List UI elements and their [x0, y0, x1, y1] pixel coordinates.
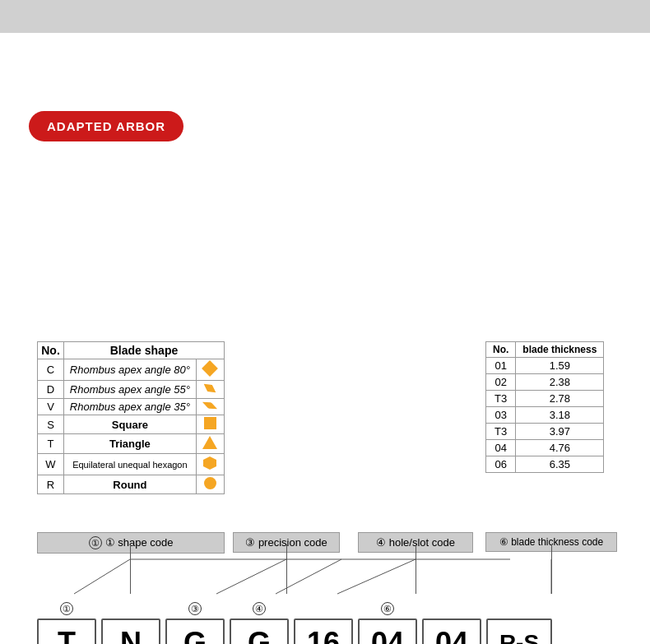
col-no: No. [38, 342, 64, 359]
code-num-4: ④ [253, 602, 266, 615]
code-num-1: ① [60, 602, 73, 615]
code-item-T: ① T [37, 602, 96, 644]
code-num-6: ⑥ [381, 602, 394, 615]
table-row: 066.35 [486, 456, 604, 473]
table-row: 011.59 [486, 358, 604, 374]
t-no: 06 [486, 456, 516, 473]
col-blade-shape: Blade shape [64, 342, 225, 359]
t-val: 2.78 [516, 391, 604, 407]
code-row: ① T N ③ G ④ G 16 ⑥ 0 [37, 602, 554, 644]
t-no: 01 [486, 358, 516, 374]
t-no: T3 [486, 424, 516, 440]
row-shape: Rhombus apex angle 80° [64, 359, 197, 381]
row-shape: Rhombus apex angle 55° [64, 381, 197, 399]
code-box-16: 16 [294, 619, 353, 644]
code-box-G2: G [230, 619, 289, 644]
t-no: T3 [486, 391, 516, 407]
svg-line-5 [337, 559, 416, 594]
t-val: 3.18 [516, 407, 604, 424]
thickness-table: No. blade thickness 011.59 022.38 T32.78… [485, 341, 604, 473]
shape-code-label: ①① shape code [37, 532, 225, 554]
svg-line-3 [216, 559, 286, 594]
row-shape: Rhombus apex angle 35° [64, 399, 197, 415]
row-icon [196, 475, 224, 494]
row-icon [196, 434, 224, 454]
table-row: R Round [38, 475, 225, 494]
t-val: 1.59 [516, 358, 604, 374]
t-val: 6.35 [516, 456, 604, 473]
code-item-G2: ④ G [230, 602, 289, 644]
svg-line-4 [276, 559, 341, 594]
code-num-empty3 [450, 603, 453, 615]
blade-shape-table: No. Blade shape C Rhombus apex angle 80°… [37, 341, 225, 494]
connector-line-precision [286, 544, 287, 594]
table-row: T32.78 [486, 391, 604, 407]
code-item-N: N [101, 603, 160, 644]
t-no: 02 [486, 374, 516, 391]
t-no: 04 [486, 440, 516, 456]
table-row: T33.97 [486, 424, 604, 440]
row-no: T [38, 434, 64, 454]
row-no: C [38, 359, 64, 381]
circle-num-6: ⑥ [499, 536, 508, 548]
code-box-04a: 04 [358, 619, 417, 644]
row-icon [196, 399, 224, 415]
table-row: 044.76 [486, 440, 604, 456]
connector-line-thickness [551, 544, 552, 594]
table-row: 022.38 [486, 374, 604, 391]
code-num-empty4 [518, 603, 521, 615]
thickness-col-no: No. [486, 342, 516, 358]
code-num-empty1 [129, 603, 132, 615]
row-icon [196, 359, 224, 381]
row-no: W [38, 454, 64, 475]
circle-num-4: ④ [376, 536, 386, 549]
row-icon [196, 454, 224, 475]
adapted-arbor-button[interactable]: ADAPTED ARBOR [29, 111, 183, 141]
code-item-16: 16 [294, 603, 353, 644]
t-val: 4.76 [516, 440, 604, 456]
table-row: C Rhombus apex angle 80° [38, 359, 225, 381]
row-shape: Square [64, 415, 197, 434]
t-no: 03 [486, 407, 516, 424]
circle-num-1: ① [89, 536, 102, 549]
table-row: W Equilateral unequal hexagon [38, 454, 225, 475]
row-no: S [38, 415, 64, 434]
row-no: V [38, 399, 64, 415]
row-shape: Equilateral unequal hexagon [64, 454, 197, 475]
row-shape: Triangle [64, 434, 197, 454]
thickness-col-val: blade thickness [516, 342, 604, 358]
code-box-N: N [101, 619, 160, 644]
row-no: R [38, 475, 64, 494]
code-item-04a: ⑥ 04 [358, 602, 417, 644]
row-shape: Round [64, 475, 197, 494]
svg-line-2 [74, 559, 130, 594]
row-icon [196, 381, 224, 399]
circle-num-3: ③ [245, 536, 255, 549]
table-row: V Rhombus apex angle 35° [38, 399, 225, 415]
code-box-G1: G [165, 619, 225, 644]
code-num-3: ③ [188, 602, 202, 615]
code-item-G1: ③ G [165, 602, 225, 644]
t-val: 2.38 [516, 374, 604, 391]
code-box-RS: R-S [486, 619, 552, 644]
table-row: 033.18 [486, 407, 604, 424]
connector-line-shape [130, 544, 131, 594]
code-num-empty2 [322, 603, 325, 615]
row-no: D [38, 381, 64, 399]
top-bar [0, 0, 650, 33]
code-box-04b: 04 [422, 619, 481, 644]
table-row: D Rhombus apex angle 55° [38, 381, 225, 399]
code-box-T: T [37, 619, 96, 644]
code-item-04b: 04 [422, 603, 481, 644]
row-icon [196, 415, 224, 434]
table-row: T Triangle [38, 434, 225, 454]
t-val: 3.97 [516, 424, 604, 440]
svg-marker-0 [203, 456, 216, 470]
table-row: S Square [38, 415, 225, 434]
white-area: ADAPTED ARBOR No. Blade shape C Rhombus … [0, 33, 650, 644]
code-item-RS: R-S [486, 603, 552, 644]
connector-line-hole [416, 544, 416, 594]
